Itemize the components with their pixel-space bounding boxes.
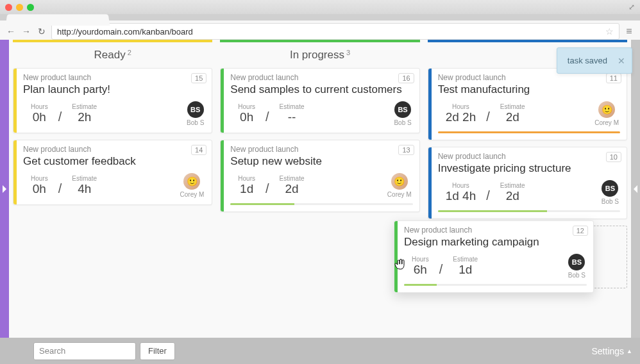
traffic-lights[interactable] [5, 4, 34, 11]
fullscreen-icon[interactable]: ⤢ [628, 3, 635, 12]
window-titlebar: ⤢ [0, 0, 640, 14]
task-card[interactable]: New product launch Setup new website 13 … [220, 140, 419, 212]
settings-button[interactable]: Settings ▲ [591, 346, 632, 356]
avatar: BS [187, 101, 204, 118]
card-project: New product launch [438, 152, 620, 161]
assignee-name: Bob S [394, 119, 411, 126]
card-title: Get customer feedback [23, 155, 205, 168]
progress-bar [230, 203, 412, 205]
assignee-name: Bob S [602, 198, 619, 205]
search-placeholder: Search [39, 346, 65, 356]
assignee[interactable]: BS Bob S [568, 254, 587, 279]
card-number: 15 [191, 73, 206, 83]
card-project: New product launch [23, 145, 205, 154]
reload-icon[interactable]: ↻ [36, 26, 47, 37]
card-number: 16 [398, 73, 414, 83]
avatar: BS [568, 254, 585, 270]
kanban-app: task saved ✕ Ready2 New product launch P… [0, 40, 640, 364]
assignee-name: Bob S [187, 119, 204, 126]
footer-bar: Search Filter Settings ▲ [0, 338, 640, 364]
toast-text: task saved [568, 56, 607, 65]
column-title: In progress3 [220, 42, 419, 68]
prev-column-handle[interactable] [0, 40, 9, 338]
card-title: Test manufacturing [438, 83, 620, 96]
assignee[interactable]: Corey M [387, 173, 413, 198]
card-number: 11 [606, 73, 621, 83]
filter-button[interactable]: Filter [140, 342, 175, 360]
address-bar[interactable]: http://yourdomain.com/kanban/board ☆ [51, 23, 619, 40]
card-project: New product launch [23, 73, 205, 82]
drag-layer: New product launch Design marketing camp… [394, 220, 594, 299]
card-title: Investigate pricing structure [438, 162, 620, 175]
card-title: Send samples to current customers [230, 83, 412, 96]
bookmark-icon[interactable]: ☆ [605, 26, 614, 37]
assignee[interactable]: BS Bob S [187, 101, 205, 126]
progress-bar [438, 210, 620, 212]
maximize-window-icon[interactable] [27, 4, 34, 11]
card-project: New product launch [438, 73, 620, 82]
task-card[interactable]: New product launch Send samples to curre… [220, 68, 419, 133]
assignee[interactable]: Corey M [594, 101, 620, 126]
avatar: BS [394, 101, 411, 118]
card-project: New product launch [404, 226, 587, 235]
close-window-icon[interactable] [5, 4, 12, 11]
assignee-name: Corey M [387, 191, 412, 198]
card-project: New product launch [230, 145, 412, 154]
avatar [598, 101, 615, 118]
address-url: http://yourdomain.com/kanban/board [57, 27, 193, 37]
toast-task-saved: task saved ✕ [557, 47, 632, 74]
close-icon[interactable]: ✕ [618, 56, 625, 66]
assignee-name: Corey M [594, 119, 619, 126]
card-number: 10 [606, 152, 621, 162]
column-ready: Ready2 New product launch Plan launch pa… [9, 40, 216, 338]
card-number: 12 [573, 226, 588, 236]
column-title: Ready2 [13, 42, 212, 68]
card-number: 13 [398, 145, 414, 155]
next-column-handle[interactable] [631, 40, 640, 338]
task-card[interactable]: New product launch Plan launch party! 15… [13, 68, 212, 133]
browser-tabbar [0, 14, 640, 21]
task-card[interactable]: New product launch Investigate pricing s… [428, 147, 627, 219]
avatar [183, 173, 200, 190]
avatar: BS [602, 180, 618, 197]
avatar [391, 173, 408, 190]
minimize-window-icon[interactable] [16, 4, 23, 11]
assignee[interactable]: BS Bob S [394, 101, 412, 126]
assignee[interactable]: Corey M [180, 173, 206, 198]
browser-chrome: ⤢ ← → ↻ http://yourdomain.com/kanban/boa… [0, 0, 640, 43]
card-project: New product launch [230, 73, 412, 82]
back-icon[interactable]: ← [5, 26, 17, 37]
task-card[interactable]: New product launch Get customer feedback… [13, 140, 212, 205]
task-card-dragging[interactable]: New product launch Design marketing camp… [394, 220, 594, 293]
card-title: Plan launch party! [23, 83, 205, 96]
assignee-name: Bob S [568, 272, 585, 279]
search-input[interactable]: Search [33, 342, 136, 360]
card-title: Setup new website [230, 155, 412, 168]
column-in-progress: In progress3 New product launch Send sam… [216, 40, 423, 338]
forward-icon[interactable]: → [21, 26, 32, 37]
assignee-name: Corey M [180, 191, 205, 198]
progress-bar [404, 284, 587, 286]
chevron-up-icon: ▲ [627, 348, 632, 354]
progress-bar [438, 131, 620, 133]
task-card[interactable]: New product launch Test manufacturing 11… [428, 68, 627, 140]
assignee[interactable]: BS Bob S [602, 180, 620, 205]
card-number: 14 [191, 145, 206, 155]
browser-tab[interactable] [6, 14, 110, 26]
card-title: Design marketing campaign [404, 236, 587, 249]
menu-icon[interactable]: ≡ [623, 26, 635, 37]
